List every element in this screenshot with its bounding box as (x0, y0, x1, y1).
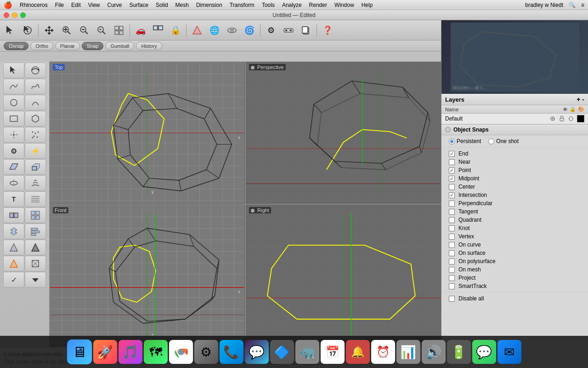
circle-btn[interactable] (3, 95, 24, 110)
menu-solid[interactable]: Solid (156, 2, 168, 8)
snap-quadrant[interactable]: Quadrant (441, 216, 588, 224)
snap-project[interactable]: Project (441, 274, 588, 282)
gear2-btn[interactable] (280, 22, 297, 39)
snap-onmesh[interactable]: On mesh (441, 265, 588, 274)
snap-tangent-checkbox[interactable] (449, 209, 455, 215)
gumball-toggle[interactable]: Gumball (105, 42, 134, 50)
surface-btn[interactable] (3, 159, 24, 175)
menu-analyze[interactable]: Analyze (282, 2, 302, 8)
snap-vertex[interactable]: Vertex (441, 232, 588, 241)
hatch-btn[interactable] (25, 191, 46, 207)
layer-visibility-btn[interactable] (549, 115, 556, 122)
disable-all-checkbox[interactable] (449, 296, 455, 302)
zoom-all-btn[interactable] (111, 22, 127, 39)
dock-itunes[interactable]: 🎵 (119, 340, 142, 364)
menu-tools[interactable]: Tools (262, 2, 275, 8)
snap-vertex-checkbox[interactable] (449, 234, 455, 240)
dock-activity[interactable]: 📊 (396, 340, 420, 364)
dimension-btn[interactable] (3, 224, 24, 239)
dock-calendar[interactable]: 📅 (321, 340, 345, 364)
checkmark-btn[interactable]: ✓ (3, 272, 24, 288)
menu-view[interactable]: View (88, 2, 100, 8)
dock-unknown[interactable]: 🔷 (270, 340, 294, 364)
ortho-toggle[interactable]: Ortho (30, 42, 53, 50)
layer-render-btn[interactable] (568, 115, 574, 122)
menu-surface[interactable]: Surface (130, 2, 148, 8)
snap-onpolysurface-checkbox[interactable] (449, 259, 455, 264)
dock-skype[interactable]: 📞 (220, 340, 243, 364)
menu-mesh[interactable]: Mesh (175, 2, 189, 8)
history-toggle[interactable]: History (136, 42, 162, 50)
star-btn[interactable]: ⚙ (3, 143, 24, 159)
menu-extra-icon[interactable]: ≡ (581, 2, 584, 8)
snap-end-checkbox[interactable] (449, 151, 455, 157)
point-btn[interactable] (3, 127, 24, 143)
snap-knot[interactable]: Knot (441, 224, 588, 232)
rectangle-btn[interactable] (3, 111, 24, 126)
menu-edit[interactable]: Edit (71, 2, 81, 8)
triangle-btn[interactable] (189, 22, 205, 39)
menu-curve[interactable]: Curve (107, 2, 122, 8)
sphere-btn[interactable]: 🌐 (206, 22, 223, 39)
dock-finder[interactable]: 🖥 (67, 339, 92, 364)
extrude-btn[interactable] (25, 159, 46, 175)
snap-midpoint[interactable]: Midpoint (441, 174, 588, 183)
revolve-btn[interactable] (3, 175, 24, 191)
snap-quadrant-checkbox[interactable] (449, 217, 455, 223)
snap-near-checkbox[interactable] (449, 159, 455, 165)
disable-all[interactable]: Disable all (441, 292, 588, 305)
snap-knot-checkbox[interactable] (449, 225, 455, 231)
snap-oncurve[interactable]: On curve (441, 241, 588, 249)
snap-project-checkbox[interactable] (449, 275, 455, 281)
viewport-top[interactable]: Top x y (50, 62, 245, 204)
dock-messages[interactable]: 💬 (472, 340, 496, 364)
search-icon[interactable]: 🔍 (569, 2, 576, 8)
menu-rhinoceros[interactable]: Rhinoceros (20, 2, 48, 8)
layer-default[interactable]: Default (441, 114, 588, 124)
layer-delete-icon[interactable]: - (582, 96, 584, 103)
dock-mail[interactable]: ✉ (498, 340, 521, 364)
snap-point[interactable]: Point (441, 166, 588, 174)
menu-help[interactable]: Help (362, 2, 373, 8)
snap-point-checkbox[interactable] (449, 167, 455, 173)
menu-window[interactable]: Window (334, 2, 354, 8)
car-icon-btn[interactable]: 🚗 (132, 22, 149, 39)
snap-near[interactable]: Near (441, 158, 588, 166)
dock-maps[interactable]: 🗺 (144, 340, 168, 364)
menu-file[interactable]: File (55, 2, 64, 8)
snap-center[interactable]: Center (441, 183, 588, 191)
snap-end[interactable]: End (441, 150, 588, 158)
arrow-select-btn[interactable] (3, 63, 24, 78)
freeform-btn[interactable] (25, 79, 46, 94)
polygon-btn[interactable] (25, 111, 46, 126)
grid-btn[interactable] (25, 207, 46, 223)
snap-onsurface-checkbox[interactable] (449, 250, 455, 256)
dock-clock[interactable]: ⏰ (371, 340, 395, 364)
layer-add-icon[interactable]: + (577, 96, 580, 103)
zoom-selected-btn[interactable] (93, 22, 110, 39)
dock-chrome[interactable] (169, 340, 193, 364)
snap-oncurve-checkbox[interactable] (449, 242, 455, 248)
oneshot-radio[interactable]: One shot (488, 138, 519, 144)
point-cloud-btn[interactable] (25, 127, 46, 143)
viewport-perspective[interactable]: Perspective (246, 62, 441, 204)
menu-transform[interactable]: Transform (230, 2, 254, 8)
snap-toggle[interactable]: Snap (82, 42, 104, 50)
snap-intersection-checkbox[interactable] (449, 192, 455, 198)
snap-center-checkbox[interactable] (449, 184, 455, 190)
curve-draw-btn[interactable] (3, 79, 24, 94)
dock-preferences[interactable]: ⚙ (194, 340, 218, 364)
dock-notif[interactable]: 🔔 (346, 340, 370, 364)
lightning-btn[interactable]: ⚡ (25, 143, 46, 159)
gear-btn[interactable]: ⚙ (263, 22, 279, 39)
select-tool-btn[interactable] (2, 22, 18, 39)
dock-launchpad[interactable]: 🚀 (93, 340, 117, 364)
snap-onmesh-checkbox[interactable] (449, 267, 455, 273)
dock-volume[interactable]: 🔊 (422, 340, 446, 364)
swirl-btn[interactable]: 🌀 (241, 22, 258, 39)
dock-battery[interactable]: 🔋 (447, 340, 471, 364)
layer-color-swatch[interactable] (577, 115, 584, 122)
apple-menu[interactable]: 🍎 (4, 1, 12, 9)
align-btn[interactable] (25, 224, 46, 239)
menu-dimension[interactable]: Dimension (196, 2, 222, 8)
